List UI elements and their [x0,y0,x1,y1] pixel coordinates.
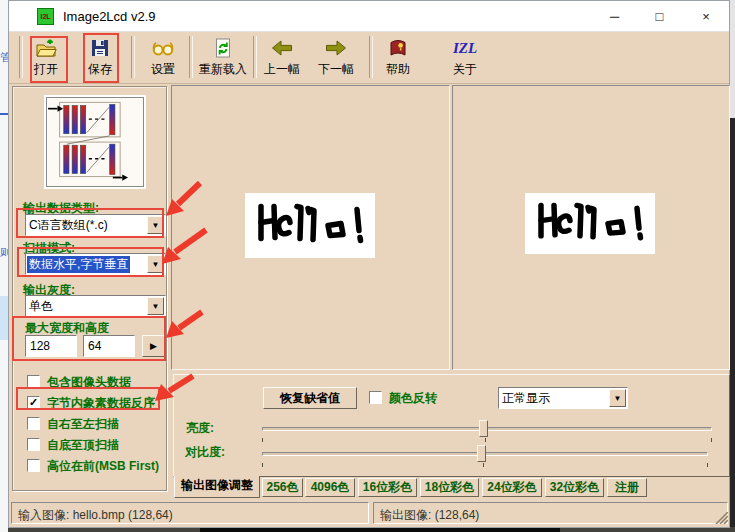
save-floppy-icon [81,36,119,60]
brightness-slider-thumb[interactable] [479,420,488,437]
help-button-label: 帮助 [379,61,417,78]
tab-32bit-color[interactable]: 32位彩色 [545,478,604,497]
tab-output-image-adjust[interactable]: 输出图像调整 [174,476,260,498]
toolbar: 打开 保存 [9,31,729,84]
byte-pixel-reverse-checkbox[interactable]: ✓ [27,396,40,409]
status-output-panel: 输出图像: (128,64) [373,502,728,524]
toolbar-separator [131,36,135,78]
minimize-button[interactable]: ─ [592,2,637,31]
scan-mode-value: 数据水平,字节垂直 [27,256,130,273]
slider-tick [711,438,712,442]
output-preview-image [525,193,655,254]
size-more-button[interactable]: ▶ [142,335,165,357]
right-to-left-checkbox[interactable] [27,417,40,430]
slider-tick [485,438,486,442]
tab-24bit-color[interactable]: 24位彩色 [482,478,542,497]
reload-document-icon [197,36,249,60]
maximize-button[interactable]: □ [637,2,682,31]
tab-register[interactable]: 注册 [607,478,647,497]
settings-button[interactable]: 设置 [143,36,183,78]
bottom-to-top-label[interactable]: 自底至顶扫描 [47,437,119,454]
image2lcd-window: I2L Image2Lcd v2.9 ─ □ × 打开 [8,0,730,528]
help-book-icon [379,36,417,60]
open-button[interactable]: 打开 [27,36,65,78]
reload-button[interactable]: 重新载入 [197,36,249,78]
status-input-image: 输入图像: hello.bmp (128,64) [18,507,173,524]
msb-first-label[interactable]: 高位在前(MSB First) [47,458,159,475]
toolbar-separator [19,36,23,78]
include-header-label[interactable]: 包含图像头数据 [47,374,131,391]
output-gray-combo[interactable]: 单色 ▼ [25,295,166,317]
tab-18bit-color[interactable]: 18位彩色 [420,478,479,497]
open-button-label: 打开 [27,61,65,78]
byte-pixel-reverse-label[interactable]: 字节内象素数据反序 [47,395,155,412]
save-button-label: 保存 [81,61,119,78]
chevron-down-icon[interactable]: ▼ [147,255,164,273]
toolbar-separator [369,36,373,78]
about-izl-icon: IZL [445,36,485,60]
right-to-left-label[interactable]: 自右至左扫描 [47,416,119,433]
contrast-label: 对比度: [185,444,225,461]
contrast-slider-thumb[interactable] [477,445,486,462]
app-icon: I2L [37,8,54,25]
output-type-value: C语言数组(*.c) [29,217,108,234]
max-height-input[interactable] [83,335,135,357]
display-mode-value: 正常显示 [502,390,550,407]
input-preview-pane [171,85,450,370]
window-title: Image2Lcd v2.9 [63,9,156,24]
previous-button[interactable]: 上一幅 [261,36,303,78]
tab-4096-color[interactable]: 4096色 [305,478,355,497]
status-output-image: 输出图像: (128,64) [380,507,479,524]
help-button[interactable]: 帮助 [379,36,417,78]
chevron-down-icon[interactable]: ▼ [609,389,626,407]
color-invert-checkbox[interactable] [369,391,382,404]
bottom-to-top-checkbox[interactable] [27,438,40,451]
glasses-icon [143,36,183,60]
background-highlight [0,296,8,340]
output-gray-value: 单色 [29,298,53,315]
tab-16bit-color[interactable]: 16位彩色 [358,478,417,497]
next-button[interactable]: 下一幅 [315,36,357,78]
input-preview-image [245,193,375,258]
msb-first-checkbox[interactable] [27,459,40,472]
options-panel: 输出数据类型: C语言数组(*.c) ▼ 扫描模式: 数据水平,字节垂直 ▼ 输… [12,86,167,491]
reload-button-label: 重新载入 [197,61,249,78]
status-input-panel: 输入图像: hello.bmp (128,64) [11,502,369,524]
about-button[interactable]: IZL 关于 [445,36,485,78]
restore-defaults-button[interactable]: 恢复缺省值 [263,387,357,409]
color-invert-label[interactable]: 颜色反转 [389,390,437,407]
open-folder-icon [27,36,65,60]
settings-button-label: 设置 [143,61,183,78]
slider-tick [262,438,263,442]
chevron-down-icon[interactable]: ▼ [147,297,164,315]
chevron-down-icon[interactable]: ▼ [147,216,164,234]
next-arrow-icon [315,36,357,60]
previous-button-label: 上一幅 [261,61,303,78]
slider-tick [262,463,263,467]
toolbar-separator [189,36,193,78]
title-bar[interactable]: I2L Image2Lcd v2.9 ─ □ × [9,1,729,31]
max-width-input[interactable] [25,335,77,357]
save-button[interactable]: 保存 [81,36,119,78]
about-button-label: 关于 [445,61,485,78]
close-button[interactable]: × [682,2,730,31]
tab-256-color[interactable]: 256色 [262,478,303,497]
slider-tick [707,463,708,467]
scan-mode-combo[interactable]: 数据水平,字节垂直 ▼ [25,253,166,275]
scan-mode-diagram [44,95,146,189]
include-header-checkbox[interactable] [27,375,40,388]
next-button-label: 下一幅 [315,61,357,78]
adjust-tab-page [173,374,730,477]
toolbar-separator [253,36,257,78]
background-divider [0,113,8,115]
brightness-label: 亮度: [186,420,214,437]
screen: 管 则 I2L Image2Lcd v2.9 ─ □ × [0,0,735,532]
background-window-strip: 管 则 [0,0,8,532]
output-type-combo[interactable]: C语言数组(*.c) ▼ [25,214,166,236]
output-preview-pane [452,85,730,370]
slider-tick [483,463,484,467]
display-mode-combo[interactable]: 正常显示 ▼ [498,387,628,409]
resize-grip[interactable] [715,512,728,524]
previous-arrow-icon [261,36,303,60]
